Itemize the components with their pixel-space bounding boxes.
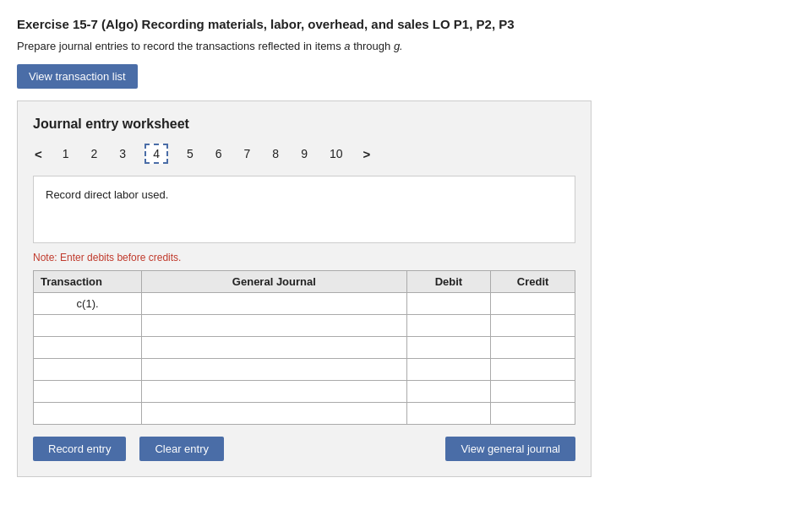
page-1[interactable]: 1 [59,145,73,162]
pagination: < 1 2 3 4 5 6 7 8 9 10 > [33,144,575,164]
col-credit: Credit [491,271,575,293]
view-transaction-list-button[interactable]: View transaction list [17,64,138,89]
next-page-button[interactable]: > [362,147,373,161]
page-title: Exercise 15-7 (Algo) Recording materials… [17,17,779,31]
gj-cell-0[interactable] [142,293,406,315]
gj-cell-2[interactable] [142,337,406,359]
gj-cell-1[interactable] [142,315,406,337]
transaction-cell-4[interactable] [34,381,142,403]
table-row [34,315,575,337]
subtitle: Prepare journal entries to record the tr… [17,40,779,52]
gj-cell-4[interactable] [142,381,406,403]
credit-cell-3[interactable] [491,359,575,381]
transaction-cell-5[interactable] [34,403,142,425]
credit-cell-4[interactable] [491,381,575,403]
debit-cell-5[interactable] [406,403,491,425]
page-2[interactable]: 2 [88,145,101,162]
page-10[interactable]: 10 [326,145,346,162]
gj-cell-3[interactable] [142,359,406,381]
action-buttons: Record entry Clear entry View general jo… [33,437,575,461]
prev-page-button[interactable]: < [33,147,44,161]
page-9[interactable]: 9 [297,145,311,162]
transaction-cell-1[interactable] [34,315,142,337]
debit-cell-4[interactable] [406,381,491,403]
credit-cell-0[interactable] [491,293,575,315]
debit-cell-3[interactable] [406,359,491,381]
view-general-journal-button[interactable]: View general journal [445,437,575,461]
record-description: Record direct labor used. [46,188,168,201]
transaction-cell-2[interactable] [34,337,142,359]
debit-cell-0[interactable] [406,293,491,315]
page-5[interactable]: 5 [183,145,197,162]
journal-table: Transaction General Journal Debit Credit… [33,270,575,425]
clear-entry-button[interactable]: Clear entry [139,437,224,461]
table-row [34,359,575,381]
debit-cell-2[interactable] [406,337,491,359]
page-3[interactable]: 3 [116,145,129,162]
table-row [34,381,575,403]
transaction-cell-0[interactable]: c(1). [34,293,142,315]
transaction-cell-3[interactable] [34,359,142,381]
credit-cell-1[interactable] [491,315,575,337]
record-entry-button[interactable]: Record entry [33,437,126,461]
col-general-journal: General Journal [142,271,406,293]
note-text: Note: Enter debits before credits. [33,252,575,263]
page-7[interactable]: 7 [241,145,254,162]
credit-cell-5[interactable] [491,403,575,425]
worksheet-container: Journal entry worksheet < 1 2 3 4 5 6 7 … [17,100,592,477]
table-row [34,337,575,359]
debit-cell-1[interactable] [406,315,491,337]
page-4-active[interactable]: 4 [144,144,168,164]
table-row: c(1). [34,293,575,315]
record-description-box: Record direct labor used. [33,176,575,243]
page-6[interactable]: 6 [212,145,226,162]
table-row [34,403,575,425]
col-transaction: Transaction [34,271,142,293]
page-8[interactable]: 8 [269,145,282,162]
col-debit: Debit [406,271,491,293]
worksheet-title: Journal entry worksheet [33,117,575,132]
gj-cell-5[interactable] [142,403,406,425]
credit-cell-2[interactable] [491,337,575,359]
